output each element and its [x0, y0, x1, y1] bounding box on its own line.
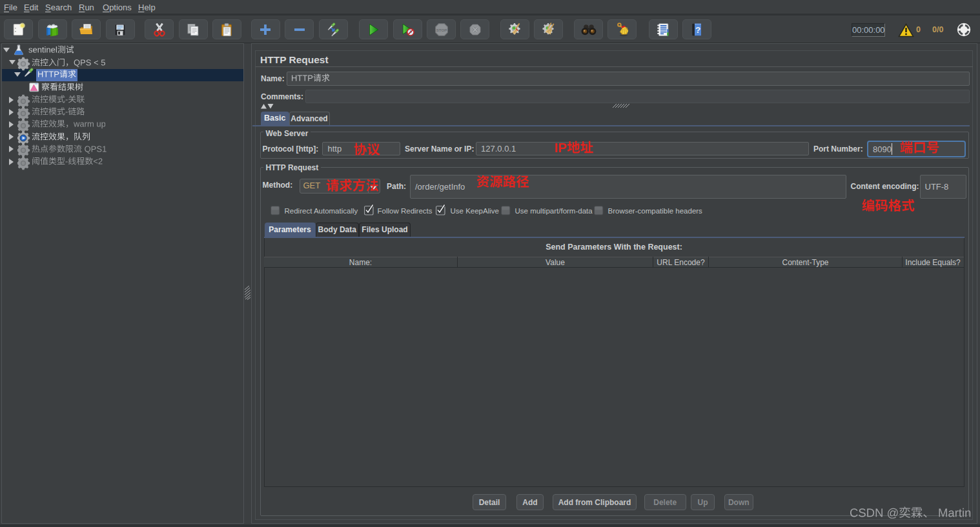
svg-text:STOP: STOP	[436, 27, 447, 32]
svg-text:?: ?	[695, 25, 700, 34]
